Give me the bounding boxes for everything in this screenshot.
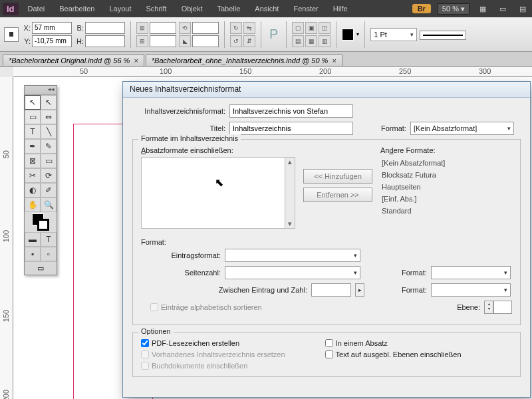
options-group: Optionen PDF-Lesezeichen erstellen Vorha… [132,332,521,377]
rotate-ccw-icon[interactable]: ↺ [230,35,242,47]
menu-datei[interactable]: Datei [23,3,51,15]
hidden-layers-check[interactable]: Text auf ausgebl. Ebenen einschließen [325,350,462,358]
menu-hilfe[interactable]: Hilfe [328,3,353,15]
h-input[interactable] [85,35,125,47]
toolbox: ◂◂ ↖ ↖ ▭ ⇔ T ╲ ✒ ✎ ⊠ ▭ ✂ ⟳ ◐ ✐ ✋ 🔍 ▬ T ▪… [24,85,57,275]
obj-align2[interactable]: ▣ [305,22,317,34]
pdf-bookmark-check[interactable]: PDF-Lesezeichen erstellen [141,339,285,347]
stroke-style[interactable] [420,31,466,40]
shear[interactable] [192,35,219,47]
menu-fenster[interactable]: Fenster [288,3,323,15]
eintragsfmt-dropdown[interactable] [225,249,360,262]
seitenzahl-dropdown[interactable] [225,266,360,279]
menu-bearbeiten[interactable]: Bearbeiten [54,3,100,15]
menu-objekt[interactable]: Objekt [176,3,208,15]
in-absatz-check[interactable]: In einem Absatz [325,339,462,347]
obj-align6[interactable]: ▥ [319,35,331,47]
scale-y[interactable] [150,35,176,47]
x-input[interactable] [32,22,72,34]
toolbox-collapse[interactable]: ◂◂ [25,86,57,95]
document-tabs: *Bachelorarbeit Original.indd @ 56 %× *B… [0,52,532,66]
scrollbar[interactable]: ▴▾ [285,157,295,229]
add-button[interactable]: << Hinzufügen [303,169,372,184]
shear-icon[interactable]: ◣ [179,35,191,47]
fill-stroke-swatch[interactable] [25,212,57,232]
arrange-icon[interactable]: ▤ [516,3,529,15]
close-icon[interactable]: × [134,57,138,65]
replace-toc-check[interactable]: Vorhandenes Inhaltsverzeichnis ersetzen [141,350,285,358]
rotate[interactable] [192,22,219,34]
fill-swatch[interactable] [342,29,354,41]
pen-tool[interactable]: ✒ [25,139,41,154]
gradient-tool[interactable]: ◐ [25,183,41,198]
obj-align1[interactable]: ▢ [292,22,304,34]
include-listbox[interactable] [141,157,285,229]
direct-selection-tool[interactable]: ↖ [41,95,57,110]
zoom-tool[interactable]: 🔍 [41,198,57,212]
line-tool[interactable]: ╲ [41,124,57,139]
fmt3-dropdown[interactable] [431,283,511,297]
y-input[interactable] [32,35,72,47]
mode-b[interactable]: ▫ [41,247,57,261]
gap-tool[interactable]: ⇔ [41,110,57,124]
stroke-weight[interactable]: 1 Pt [370,28,417,41]
menu-tabelle[interactable]: Tabelle [211,3,245,15]
book-docs-check[interactable]: Buchdokumente einschließen [141,362,285,370]
titel-input[interactable] [229,122,353,135]
rotate-cw-icon[interactable]: ↻ [230,22,242,34]
doctab-2[interactable]: *Bachelorarbeit_ohne_Inhaltsverzeichnis.… [146,55,342,66]
transform-tool[interactable]: ⟳ [41,168,57,183]
scale-y-icon[interactable]: ⊞ [136,35,148,47]
other-formats-list[interactable]: [Kein Absatzformat] Blocksatz Futura Hau… [380,157,480,229]
zoom-dropdown[interactable]: 50 % ▾ [438,3,469,15]
group1-title: Formate im Inhaltsverzeichnis [138,134,241,142]
ebene-spinner[interactable]: ▴▾ [484,301,512,314]
hand-tool[interactable]: ✋ [25,198,41,212]
rect-tool[interactable]: ▭ [41,154,57,168]
fmt2-dropdown[interactable] [431,266,511,279]
reference-point[interactable] [4,27,19,42]
page-tool[interactable]: ▭ [25,110,41,124]
remove-button[interactable]: Entfernen >> [303,188,372,202]
bridge-badge[interactable]: Br [412,4,431,13]
zwischen-input[interactable] [311,283,351,297]
screen-mode-icon[interactable]: ▭ [496,3,509,15]
selection-tool[interactable]: ↖ [25,95,41,110]
pencil-tool[interactable]: ✎ [41,139,57,154]
obj-align3[interactable]: ◫ [319,22,331,34]
flip-v-icon[interactable]: ⇵ [243,35,255,47]
scale-x[interactable] [150,22,176,34]
view-mode-icon[interactable]: ▦ [476,3,489,15]
special-char-btn[interactable]: ▸ [355,283,364,297]
apply-color[interactable]: ▬ [25,232,41,247]
scissors-tool[interactable]: ✂ [25,168,41,183]
close-icon[interactable]: × [332,57,336,65]
absatz-label: AAbsatzformate einschließen:bsatzformate… [141,146,295,154]
paragraph-icon[interactable]: P [267,27,281,42]
ebene-label: Ebene: [457,303,480,311]
format-label: Inhaltsverzeichnisformat: [132,107,225,115]
andere-label: Andere Formate: [380,146,480,154]
menu-schrift[interactable]: Schrift [141,3,172,15]
w-input[interactable] [85,22,125,34]
menu-layout[interactable]: Layout [104,3,136,15]
eyedropper-tool[interactable]: ✐ [41,183,57,198]
rotate-icon[interactable]: ⟲ [179,22,191,34]
fmt2-label: Format: [402,269,427,277]
alpha-sort-check[interactable]: Einträge alphabetisch sortieren [150,303,262,311]
format-dropdown[interactable]: [Kein Absatzformat] [410,122,514,135]
ruler-horizontal: 50 100 150 200 250 300 [13,66,532,77]
rect-frame-tool[interactable]: ⊠ [25,154,41,168]
menu-ansicht[interactable]: Ansicht [249,3,284,15]
scale-x-icon[interactable]: ⊞ [136,22,148,34]
doctab-1[interactable]: *Bachelorarbeit Original.indd @ 56 %× [3,55,144,66]
screen-mode-btn[interactable]: ▭ [25,261,57,275]
obj-align5[interactable]: ▦ [305,35,317,47]
apply-text[interactable]: T [41,232,57,247]
format-input[interactable] [229,104,353,118]
type-tool[interactable]: T [25,124,41,139]
mode-a[interactable]: ▪ [25,247,41,261]
menubar: Id Datei Bearbeiten Layout Schrift Objek… [0,0,532,17]
obj-align4[interactable]: ▤ [292,35,304,47]
flip-h-icon[interactable]: ⇋ [243,22,255,34]
